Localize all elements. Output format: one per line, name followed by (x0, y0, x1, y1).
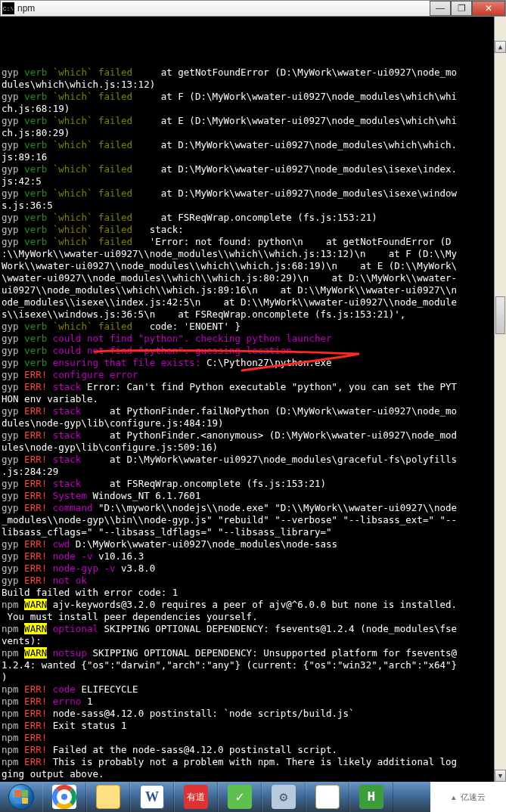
terminal-line: gyp verb `which` failed at D:\MyWork\wwa… (2, 139, 504, 151)
terminal-line: gyp verb `which` failed at D:\MyWork\wwa… (2, 163, 504, 175)
terminal-line: s.js:36:5 (2, 200, 504, 212)
terminal-line: gyp verb could not find "python". checki… (2, 333, 504, 345)
maximize-button[interactable]: ❐ (451, 1, 472, 16)
taskbar: W有道✓⚙✎H ▴ 亿速云 (0, 782, 506, 812)
terminal-line: gyp verb `which` failed at D:\MyWork\wwa… (2, 188, 504, 200)
terminal-line: HON env variable. (2, 393, 504, 405)
cmd-icon: C:\ (2, 2, 14, 14)
windows-orb-icon (8, 784, 34, 810)
notepad-icon: ✎ (315, 785, 340, 809)
terminal-line: gyp verb ensuring that file exists: C:\P… (2, 357, 504, 369)
terminal-line: gyp ERR! stack at FSReqWrap.oncomplete (… (2, 478, 504, 490)
explorer-taskbar-button[interactable] (86, 782, 130, 812)
window-titlebar: C:\ npm — ❐ ✕ (0, 0, 506, 17)
terminal-line: gyp verb could not find "python". guessi… (2, 345, 504, 357)
terminal-line: gyp verb `which` failed at E (D:\MyWork\… (2, 115, 504, 127)
terminal-line: ch.js:68:19) (2, 103, 504, 115)
terminal-line: gyp ERR! command "D:\\mywork\\nodejs\\no… (2, 502, 504, 514)
terminal-line: gyp ERR! System Windows_NT 6.1.7601 (2, 490, 504, 502)
youdao-taskbar-button[interactable]: 有道 (174, 782, 218, 812)
terminal-line: gyp verb `which` failed at FSReqWrap.onc… (2, 212, 504, 224)
terminal-line: gyp ERR! stack at D:\MyWork\wwater-ui092… (2, 454, 504, 466)
terminal-line: s\\isexe\\windows.js:36:5\n at FSReqWrap… (2, 308, 504, 321)
terminal-line: npm ERR! node-sass@4.12.0 postinstall: `… (2, 708, 504, 720)
terminal-line: dules\which\which.js:13:12) (2, 79, 504, 91)
start-button[interactable] (0, 782, 42, 812)
hbuilder-icon: H (359, 785, 383, 809)
notepad-taskbar-button[interactable]: ✎ (306, 782, 349, 812)
terminal-line: gyp ERR! cwd D:\MyWork\wwater-ui0927\nod… (2, 538, 504, 550)
word-icon: W (140, 785, 164, 809)
terminal-line: gyp ERR! node -v v10.16.3 (2, 550, 504, 563)
terminal-line: ui0927\\node_modules\\which\\which.js:89… (2, 284, 504, 296)
chrome-icon (52, 785, 76, 809)
terminal-line: npm WARN ajv-keywords@3.2.0 requires a p… (2, 599, 504, 611)
terminal-line: gyp verb `which` failed 'Error: not foun… (2, 236, 504, 248)
terminal-line: libsass_cflags=" "--libsass_ldflags=" "-… (2, 526, 504, 538)
terminal-line: js:89:16 (2, 151, 504, 163)
minimize-button[interactable]: — (430, 1, 451, 16)
terminal-line: gyp verb `which` failed at F (D:\MyWork\… (2, 91, 504, 103)
terminal-line: npm WARN notsup SKIPPING OPTIONAL DEPEND… (2, 647, 504, 659)
window-title: npm (17, 3, 35, 14)
terminal-line: npm ERR! code ELIFECYCLE (2, 683, 504, 696)
terminal-line: :\\MyWork\\wwater-ui0927\\node_modules\\… (2, 248, 504, 260)
terminal-line: gyp ERR! configure error (2, 369, 504, 381)
terminal-line: gyp ERR! node-gyp -v v3.8.0 (2, 563, 504, 575)
word-taskbar-button[interactable]: W (130, 782, 174, 812)
terminal-line: ) (2, 671, 504, 683)
wechat-taskbar-button[interactable]: ✓ (218, 782, 262, 812)
terminal-line: gyp ERR! stack at PythonFinder.failNoPyt… (2, 405, 504, 417)
terminal-line: vents): (2, 635, 504, 647)
terminal-line: gyp ERR! stack at PythonFinder.<anonymou… (2, 429, 504, 442)
scroll-up-icon[interactable]: ▲ (495, 41, 506, 53)
terminal-line: dules\node-gyp\lib\configure.js:484:19) (2, 417, 504, 429)
system-tray[interactable]: ▴ 亿速云 (430, 782, 506, 812)
wechat-icon: ✓ (228, 785, 252, 809)
scroll-thumb[interactable] (495, 296, 505, 334)
terminal-output[interactable]: ▲ ▼ gyp verb `which` failed at getNotFou… (0, 17, 506, 782)
tray-up-icon[interactable]: ▴ (452, 792, 456, 802)
terminal-line: js:42:5 (2, 175, 504, 188)
chrome-taskbar-button[interactable] (42, 782, 86, 812)
terminal-line: You must install peer dependencies yours… (2, 611, 504, 623)
youdao-icon: 有道 (184, 785, 208, 809)
terminal-line: _modules\\node-gyp\\bin\\node-gyp.js" "r… (2, 514, 504, 526)
tray-brand-label: 亿速云 (461, 792, 486, 803)
terminal-line: Work\\wwater-ui0927\\node_modules\\which… (2, 260, 504, 272)
terminal-line: gyp verb `which` failed at getNotFoundEr… (2, 67, 504, 79)
terminal-line: .js:284:29 (2, 466, 504, 478)
terminal-line: npm ERR! (2, 732, 504, 744)
terminal-line: gyp verb `which` failed stack: (2, 224, 504, 236)
scrollbar[interactable]: ▲ ▼ (494, 17, 506, 782)
scroll-down-icon[interactable]: ▼ (495, 770, 506, 782)
close-button[interactable]: ✕ (472, 1, 505, 16)
explorer-icon (96, 785, 120, 809)
terminal-line: npm ERR! Failed at the node-sass@4.12.0 … (2, 744, 504, 756)
terminal-line: Build failed with error code: 1 (2, 587, 504, 599)
terminal-line: \wwater-ui0927\\node_modules\\which\\whi… (2, 272, 504, 284)
settings-icon: ⚙ (272, 785, 296, 809)
terminal-line: npm WARN optional SKIPPING OPTIONAL DEPE… (2, 623, 504, 635)
terminal-line: ules\node-gyp\lib\configure.js:509:16) (2, 442, 504, 454)
terminal-line: ode_modules\\isexe\\index.js:42:5\n at D… (2, 296, 504, 308)
terminal-line: ch.js:80:29) (2, 127, 504, 139)
terminal-line: ging output above. (2, 768, 504, 780)
terminal-line: npm ERR! Exit status 1 (2, 720, 504, 732)
terminal-line: 1.2.4: wanted {"os":"darwin","arch":"any… (2, 659, 504, 671)
hbuilder-taskbar-button[interactable]: H (349, 782, 393, 812)
terminal-line: npm ERR! This is probably not a problem … (2, 756, 504, 768)
terminal-line: gyp ERR! not ok (2, 575, 504, 587)
terminal-line: gyp verb `which` failed code: 'ENOENT' } (2, 321, 504, 333)
terminal-line: gyp ERR! stack Error: Can't find Python … (2, 381, 504, 393)
settings-taskbar-button[interactable]: ⚙ (262, 782, 306, 812)
terminal-line: npm ERR! errno 1 (2, 696, 504, 708)
